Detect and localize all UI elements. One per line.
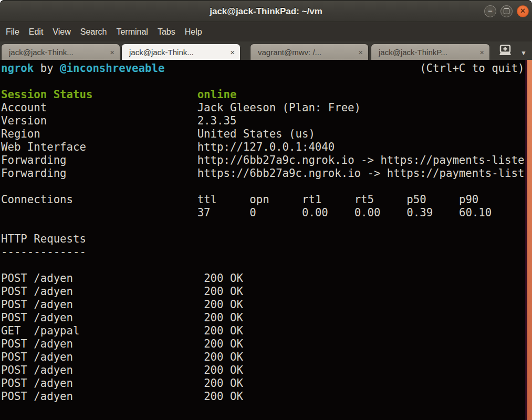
maximize-icon — [504, 8, 509, 14]
close-icon: × — [520, 7, 525, 15]
terminal-area: ngrok by @inconshreveable (Ctrl+C to qui… — [0, 60, 532, 420]
menu-item-search[interactable]: Search — [76, 22, 112, 41]
desktop-background-stripe — [527, 60, 532, 420]
new-tab-terminal-plus-icon — [498, 45, 512, 58]
terminal-line: POST /adyen 200 OK — [1, 285, 243, 298]
tab-list-dropdown[interactable]: ▼ — [517, 49, 530, 57]
terminal-line: Forwarding http://6bb27a9c.ngrok.io -> h… — [1, 154, 524, 166]
terminal-line: ngrok by @inconshreveable (Ctrl+C to qui… — [1, 62, 524, 75]
terminal-line: POST /adyen 200 OK — [1, 311, 243, 324]
terminal-line: Session Status online — [1, 88, 236, 101]
minimize-icon: − — [488, 7, 493, 15]
menu-item-view[interactable]: View — [48, 22, 75, 41]
tab-1[interactable]: jack@jack-Think... × — [1, 44, 120, 60]
tab-4[interactable]: jack@jack-ThinkP... × — [371, 44, 490, 60]
terminal-line: Region United States (us) — [1, 128, 315, 140]
menu-item-edit[interactable]: Edit — [24, 22, 48, 41]
menu-item-terminal[interactable]: Terminal — [111, 22, 152, 41]
tab-label: jack@jack-Think... — [129, 48, 226, 57]
window-controls: − × — [480, 5, 529, 17]
menu-item-file[interactable]: File — [1, 22, 24, 41]
terminal-line: POST /adyen 200 OK — [1, 390, 243, 403]
terminal-line: POST /adyen 200 OK — [1, 298, 243, 311]
menu-item-help[interactable]: Help — [180, 22, 207, 41]
terminal-line: ------------- — [1, 246, 86, 258]
terminal-output[interactable]: ngrok by @inconshreveable (Ctrl+C to qui… — [0, 60, 525, 420]
terminal-line: POST /adyen 200 OK — [1, 377, 243, 390]
chevron-down-icon: ▼ — [520, 49, 527, 57]
terminal-line: POST /adyen 200 OK — [1, 351, 243, 363]
terminal-line: Connections ttl opn rt1 rt5 p50 p90 — [1, 193, 478, 206]
tab-close-icon[interactable]: × — [110, 48, 114, 57]
maximize-button[interactable] — [500, 5, 513, 17]
tab-label: vagrant@mwv: /... — [258, 48, 354, 57]
titlebar[interactable]: jack@jack-ThinkPad: ~/vm − × — [0, 0, 532, 22]
terminal-line: Account Jack Gleeson (Plan: Free) — [1, 101, 361, 114]
terminal-line: HTTP Requests — [1, 233, 86, 245]
tab-close-icon[interactable]: × — [358, 48, 363, 57]
terminal-line: 37 0 0.00 0.00 0.39 60.10 — [1, 206, 492, 219]
terminal-line: Web Interface http://127.0.0.1:4040 — [1, 141, 335, 153]
terminal-line: POST /adyen 200 OK — [1, 272, 243, 285]
terminal-line: POST /adyen 200 OK — [1, 338, 243, 350]
terminal-line: GET /paypal 200 OK — [1, 324, 243, 337]
terminal-line: Version 2.3.35 — [1, 114, 236, 127]
tab-close-icon[interactable]: × — [479, 48, 484, 57]
terminal-window: jack@jack-ThinkPad: ~/vm − × File Edit V… — [0, 0, 532, 420]
menubar: File Edit View Search Terminal Tabs Help — [0, 22, 532, 41]
tab-close-icon[interactable]: × — [230, 48, 235, 57]
tab-label: jack@jack-Think... — [9, 48, 106, 57]
new-tab-button[interactable] — [497, 45, 513, 58]
close-button[interactable]: × — [517, 5, 529, 17]
tabbar: jack@jack-Think... × jack@jack-Think... … — [0, 41, 532, 60]
minimize-button[interactable]: − — [484, 5, 496, 17]
terminal-line: Forwarding https://6bb27a9c.ngrok.io -> … — [1, 167, 524, 180]
tab-2[interactable]: jack@jack-Think... × — [121, 44, 241, 60]
menu-item-tabs[interactable]: Tabs — [153, 22, 180, 41]
terminal-line: POST /adyen 200 OK — [1, 364, 243, 376]
tab-label: jack@jack-ThinkP... — [379, 48, 475, 57]
tab-3[interactable]: vagrant@mwv: /... × — [250, 44, 369, 60]
window-title: jack@jack-ThinkPad: ~/vm — [210, 6, 322, 17]
